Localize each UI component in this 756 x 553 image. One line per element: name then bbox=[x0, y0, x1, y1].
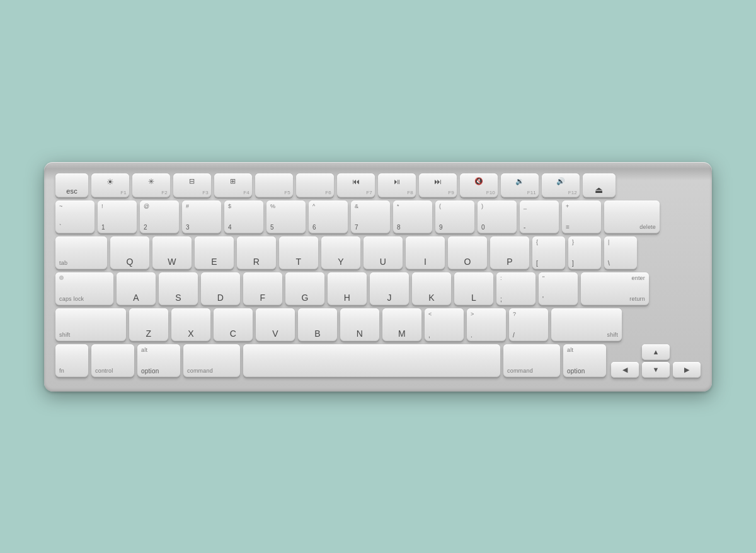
key-0[interactable]: ) 0 bbox=[478, 201, 517, 233]
key-f2[interactable]: ✳ F2 bbox=[132, 173, 170, 197]
key-8[interactable]: * 8 bbox=[393, 201, 432, 233]
key-arrow-down[interactable]: ▼ bbox=[642, 362, 670, 378]
qwerty-row: tab Q W E R T Y U I bbox=[55, 236, 701, 269]
key-arrow-up[interactable]: ▲ bbox=[642, 344, 670, 360]
key-5[interactable]: % 5 bbox=[266, 201, 306, 233]
key-quote[interactable]: " ' bbox=[539, 272, 578, 305]
key-shift-left[interactable]: shift bbox=[55, 308, 126, 341]
key-f10[interactable]: 🔇 F10 bbox=[460, 173, 498, 197]
key-3[interactable]: # 3 bbox=[182, 201, 221, 233]
key-s[interactable]: S bbox=[159, 272, 198, 305]
key-l[interactable]: L bbox=[454, 272, 493, 305]
key-4[interactable]: $ 4 bbox=[224, 201, 263, 233]
key-shift-right[interactable]: shift bbox=[551, 308, 622, 341]
key-f9[interactable]: ⏭ F9 bbox=[419, 173, 457, 197]
key-j[interactable]: J bbox=[370, 272, 409, 305]
key-m[interactable]: M bbox=[382, 308, 421, 341]
key-space[interactable] bbox=[243, 344, 500, 377]
key-r[interactable]: R bbox=[237, 236, 276, 269]
key-p[interactable]: P bbox=[490, 236, 529, 269]
key-tilde[interactable]: ~ ` bbox=[55, 201, 94, 233]
key-h[interactable]: H bbox=[328, 272, 367, 305]
key-arrow-right[interactable]: ▶ bbox=[673, 362, 701, 378]
key-slash[interactable]: ? / bbox=[509, 308, 548, 341]
key-7[interactable]: & 7 bbox=[351, 201, 390, 233]
key-9[interactable]: ( 9 bbox=[435, 201, 474, 233]
key-f1[interactable]: ☀ F1 bbox=[91, 173, 129, 197]
key-d[interactable]: D bbox=[201, 272, 240, 305]
key-e[interactable]: E bbox=[195, 236, 234, 269]
key-c[interactable]: C bbox=[214, 308, 253, 341]
key-x[interactable]: X bbox=[171, 308, 210, 341]
key-f4[interactable]: ⊞ F4 bbox=[214, 173, 252, 197]
key-f6[interactable]: F6 bbox=[296, 173, 334, 197]
key-a[interactable]: A bbox=[117, 272, 156, 305]
key-option-left[interactable]: alt option bbox=[137, 344, 180, 377]
key-minus[interactable]: _ - bbox=[520, 201, 559, 233]
asdf-row: caps lock A S D F G H J bbox=[55, 272, 701, 305]
key-rows: esc ☀ F1 ✳ F2 ⊟ F3 ⊞ F4 F5 F6 bbox=[55, 173, 701, 378]
key-b[interactable]: B bbox=[298, 308, 337, 341]
key-eject[interactable]: ⏏ bbox=[583, 173, 616, 197]
key-f3[interactable]: ⊟ F3 bbox=[173, 173, 211, 197]
arrow-cluster: ▲ ◀ ▼ ▶ bbox=[611, 344, 701, 378]
key-w[interactable]: W bbox=[152, 236, 192, 269]
key-i[interactable]: I bbox=[406, 236, 445, 269]
key-6[interactable]: ^ 6 bbox=[309, 201, 348, 233]
key-caps-lock[interactable]: caps lock bbox=[55, 272, 113, 305]
key-v[interactable]: V bbox=[256, 308, 295, 341]
key-k[interactable]: K bbox=[412, 272, 451, 305]
caps-lock-indicator bbox=[59, 276, 64, 280]
key-option-right[interactable]: alt option bbox=[563, 344, 606, 377]
key-f11[interactable]: 🔉 F11 bbox=[501, 173, 539, 197]
key-arrow-left[interactable]: ◀ bbox=[611, 362, 639, 378]
key-fn[interactable]: fn bbox=[55, 344, 88, 377]
key-command-left[interactable]: command bbox=[183, 344, 240, 377]
key-return[interactable]: enter return bbox=[581, 272, 649, 305]
key-g[interactable]: G bbox=[285, 272, 324, 305]
key-equals[interactable]: + = bbox=[562, 201, 601, 233]
key-f7[interactable]: ⏮ F7 bbox=[337, 173, 375, 197]
key-f8[interactable]: ⏯ F8 bbox=[378, 173, 416, 197]
key-t[interactable]: T bbox=[279, 236, 318, 269]
key-command-right[interactable]: command bbox=[503, 344, 560, 377]
key-delete[interactable]: delete bbox=[604, 201, 660, 233]
key-control[interactable]: control bbox=[91, 344, 134, 377]
keyboard: esc ☀ F1 ✳ F2 ⊟ F3 ⊞ F4 F5 F6 bbox=[44, 162, 712, 392]
key-period[interactable]: > . bbox=[467, 308, 506, 341]
key-comma[interactable]: < , bbox=[425, 308, 464, 341]
key-o[interactable]: O bbox=[448, 236, 487, 269]
key-left-bracket[interactable]: { [ bbox=[532, 236, 565, 269]
bottom-row: fn control alt option command command al… bbox=[55, 344, 701, 378]
key-n[interactable]: N bbox=[340, 308, 379, 341]
key-tab[interactable]: tab bbox=[55, 236, 107, 269]
key-esc[interactable]: esc bbox=[55, 173, 88, 197]
key-f12[interactable]: 🔊 F12 bbox=[542, 173, 580, 197]
key-f5[interactable]: F5 bbox=[255, 173, 293, 197]
key-semicolon[interactable]: : ; bbox=[496, 272, 536, 305]
key-f[interactable]: F bbox=[243, 272, 282, 305]
key-y[interactable]: Y bbox=[321, 236, 360, 269]
key-z[interactable]: Z bbox=[129, 308, 168, 341]
key-2[interactable]: @ 2 bbox=[140, 201, 179, 233]
key-right-bracket[interactable]: } ] bbox=[568, 236, 601, 269]
function-row: esc ☀ F1 ✳ F2 ⊟ F3 ⊞ F4 F5 F6 bbox=[55, 173, 701, 197]
zxcv-row: shift Z X C V B N M < bbox=[55, 308, 701, 341]
key-backslash[interactable]: | \ bbox=[604, 236, 637, 269]
key-1[interactable]: ! 1 bbox=[98, 201, 137, 233]
key-u[interactable]: U bbox=[364, 236, 403, 269]
number-row: ~ ` ! 1 @ 2 # 3 $ 4 % 5 bbox=[55, 201, 701, 233]
key-q[interactable]: Q bbox=[110, 236, 149, 269]
